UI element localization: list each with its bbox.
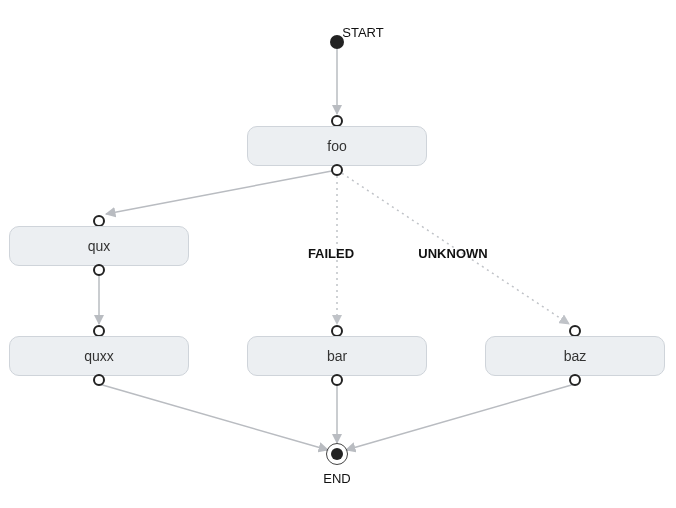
node-qux-label: qux <box>88 238 111 254</box>
node-baz[interactable]: baz <box>485 336 665 376</box>
start-node <box>330 35 344 49</box>
svg-line-7 <box>346 384 575 450</box>
svg-line-5 <box>99 384 328 450</box>
port-quxx-out <box>93 374 105 386</box>
edge-label-unknown: UNKNOWN <box>418 246 487 261</box>
node-foo-label: foo <box>327 138 346 154</box>
svg-line-1 <box>106 170 337 214</box>
node-baz-label: baz <box>564 348 587 364</box>
node-qux[interactable]: qux <box>9 226 189 266</box>
edge-label-failed: FAILED <box>308 246 354 261</box>
port-qux-out <box>93 264 105 276</box>
node-foo[interactable]: foo <box>247 126 427 166</box>
end-node <box>326 443 348 465</box>
start-label: START <box>342 25 383 40</box>
port-bar-out <box>331 374 343 386</box>
port-baz-out <box>569 374 581 386</box>
node-quxx-label: quxx <box>84 348 114 364</box>
port-foo-out <box>331 164 343 176</box>
node-bar[interactable]: bar <box>247 336 427 376</box>
end-label: END <box>323 471 350 486</box>
node-bar-label: bar <box>327 348 347 364</box>
node-quxx[interactable]: quxx <box>9 336 189 376</box>
